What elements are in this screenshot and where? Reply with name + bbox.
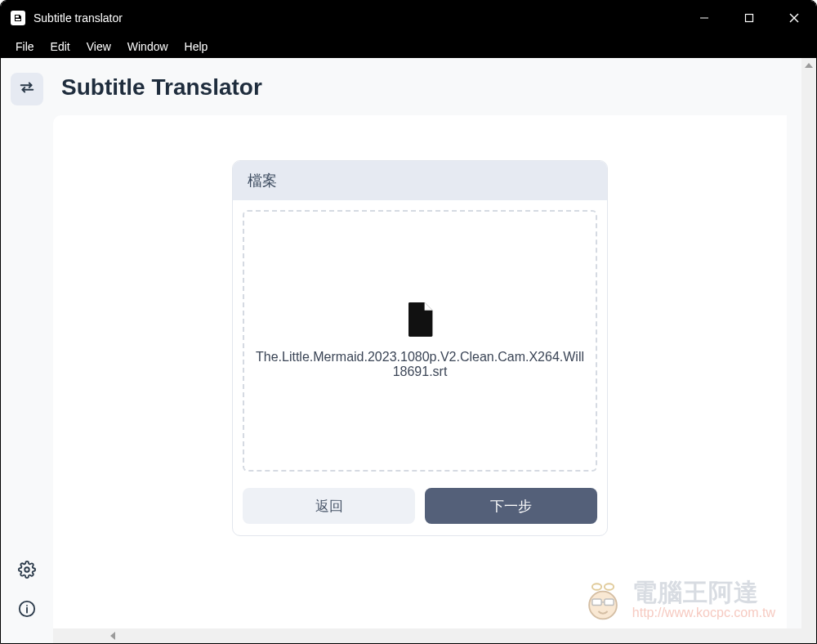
page-title: Subtitle Translator	[53, 58, 801, 115]
watermark-title: 電腦王阿達	[632, 579, 775, 606]
settings-button[interactable]	[11, 555, 43, 588]
back-button[interactable]: 返回	[243, 488, 415, 524]
nav-translate-button[interactable]	[11, 73, 43, 105]
menu-file[interactable]: File	[7, 38, 42, 56]
next-button[interactable]: 下一步	[425, 488, 597, 524]
svg-rect-0	[16, 19, 20, 20]
title-bar[interactable]: Subtitle translator	[1, 1, 816, 35]
title-bar-text: Subtitle translator	[33, 11, 681, 25]
gear-icon	[18, 561, 36, 582]
content-area: 檔案 The	[53, 115, 787, 628]
file-name: The.Little.Mermaid.2023.1080p.V2.Clean.C…	[252, 350, 587, 379]
sidebar	[1, 58, 53, 643]
close-button[interactable]	[771, 1, 816, 35]
watermark: 電腦王阿達 http://www.kocpc.com.tw	[578, 575, 775, 624]
app-body: Subtitle Translator 檔案	[1, 58, 816, 643]
window-frame: Subtitle translator File Edit View Windo…	[0, 0, 817, 644]
file-card-header: 檔案	[233, 161, 607, 200]
svg-point-10	[592, 584, 601, 590]
scroll-left-icon	[110, 632, 115, 640]
file-dropzone[interactable]: The.Little.Mermaid.2023.1080p.V2.Clean.C…	[243, 210, 597, 472]
svg-rect-3	[745, 15, 752, 22]
maximize-button[interactable]	[726, 1, 771, 35]
main-content: Subtitle Translator 檔案	[53, 58, 801, 628]
info-icon	[18, 600, 36, 621]
about-button[interactable]	[11, 594, 43, 627]
scroll-up-icon	[805, 63, 813, 68]
menu-edit[interactable]: Edit	[42, 38, 78, 56]
file-icon	[405, 302, 435, 337]
svg-rect-1	[16, 16, 19, 18]
svg-point-11	[605, 584, 614, 590]
menu-bar: File Edit View Window Help	[1, 35, 816, 58]
vertical-scrollbar[interactable]	[801, 58, 816, 628]
menu-window[interactable]: Window	[119, 38, 176, 56]
swap-icon	[18, 78, 36, 100]
svg-rect-13	[592, 599, 601, 606]
app-icon	[11, 11, 25, 25]
menu-view[interactable]: View	[78, 38, 119, 56]
svg-rect-14	[605, 599, 614, 606]
svg-point-6	[25, 567, 29, 572]
svg-point-9	[26, 605, 28, 606]
minimize-button[interactable]	[681, 1, 726, 35]
svg-point-12	[589, 592, 617, 619]
file-card: 檔案 The	[232, 160, 608, 536]
horizontal-scrollbar[interactable]	[53, 628, 816, 643]
watermark-face-icon	[578, 575, 627, 624]
menu-help[interactable]: Help	[176, 38, 217, 56]
watermark-url: http://www.kocpc.com.tw	[632, 606, 775, 620]
window-controls	[681, 1, 816, 35]
